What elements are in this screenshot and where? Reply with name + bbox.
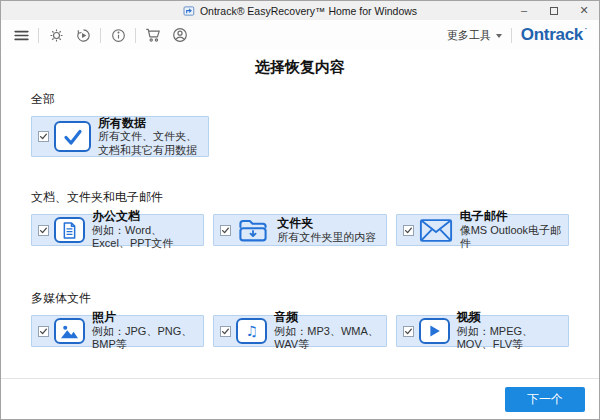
recovery-type-card[interactable]: 电子邮件像MS Outlook电子邮件: [396, 214, 569, 246]
window-titlebar: Ontrack® EasyRecovery™ Home for Windows …: [1, 1, 599, 20]
window-title: Ontrack® EasyRecovery™ Home for Windows: [200, 5, 417, 17]
card-title: 视频: [457, 310, 562, 324]
app-window: Ontrack® EasyRecovery™ Home for Windows …: [0, 0, 600, 420]
section: 文档、文件夹和电子邮件 办公文档例如：Word、Excel、PPT文件 文件夹所…: [31, 189, 569, 246]
close-button[interactable]: ✕: [569, 1, 599, 20]
next-button[interactable]: 下一个: [505, 387, 585, 412]
card-desc: 例如：MPEG、MOV、FLV等: [457, 325, 562, 352]
cart-button[interactable]: [143, 24, 163, 46]
icon-frame: ♫: [236, 318, 267, 344]
checkbox[interactable]: [403, 326, 414, 337]
checkbox[interactable]: [38, 225, 49, 236]
settings-button[interactable]: [46, 24, 66, 46]
card-desc: 例如：Word、Excel、PPT文件: [92, 224, 197, 251]
folder-icon: [236, 217, 270, 244]
maximize-button[interactable]: [539, 1, 569, 20]
video-icon: [419, 318, 450, 344]
card-row: 照片例如：JPG、PNG、BMP等♫音频例如：MP3、WMA、WAV等视频例如：…: [31, 315, 569, 347]
email-icon: [419, 218, 453, 243]
minimize-button[interactable]: –: [509, 1, 539, 20]
section-label: 文档、文件夹和电子邮件: [31, 189, 569, 206]
card-title: 文件夹: [277, 216, 376, 230]
section: 全部所有数据所有文件、文件夹、文档和其它有用数据: [31, 91, 569, 157]
card-text: 照片例如：JPG、PNG、BMP等: [92, 310, 197, 351]
menu-icon: [13, 27, 30, 44]
document-icon: [54, 217, 85, 243]
checkbox[interactable]: [220, 326, 231, 337]
more-tools-button[interactable]: 更多工具: [447, 28, 502, 43]
toolbar-divider: [135, 28, 136, 43]
recovery-type-card[interactable]: 所有数据所有文件、文件夹、文档和其它有用数据: [31, 116, 209, 157]
card-text: 所有数据所有文件、文件夹、文档和其它有用数据: [98, 116, 202, 157]
card-text: 办公文档例如：Word、Excel、PPT文件: [92, 209, 197, 250]
recovery-type-card[interactable]: 文件夹所有文件夹里的内容: [213, 214, 386, 246]
card-row: 所有数据所有文件、文件夹、文档和其它有用数据: [31, 116, 569, 157]
card-text: 音频例如：MP3、WMA、WAV等: [274, 310, 379, 351]
audio-icon: ♫: [236, 318, 267, 344]
checkbox[interactable]: [38, 326, 49, 337]
more-tools-label: 更多工具: [447, 28, 491, 43]
card-title: 电子邮件: [460, 209, 562, 223]
resume-session-icon: [75, 27, 92, 44]
cart-icon: [144, 26, 162, 44]
checkbox[interactable]: [38, 131, 49, 142]
recovery-type-card[interactable]: 照片例如：JPG、PNG、BMP等: [31, 315, 204, 347]
toolbar: 更多工具 Ontrack·: [1, 20, 599, 50]
photo-icon: [54, 318, 85, 344]
card-desc: 所有文件夹里的内容: [277, 231, 376, 244]
person-icon: [171, 26, 189, 44]
card-title: 所有数据: [98, 116, 202, 130]
brand-trademark-dot: ·: [585, 24, 587, 33]
section-label: 全部: [31, 91, 569, 108]
card-desc: 像MS Outlook电子邮件: [460, 224, 562, 251]
card-desc: 例如：JPG、PNG、BMP等: [92, 325, 197, 352]
section-label: 多媒体文件: [31, 290, 569, 307]
card-text: 文件夹所有文件夹里的内容: [277, 216, 376, 244]
card-title: 音频: [274, 310, 379, 324]
checkbox[interactable]: [220, 225, 231, 236]
brand-logo: Ontrack·: [521, 25, 587, 45]
checkbox[interactable]: [403, 225, 414, 236]
footer: 下一个: [1, 378, 599, 419]
recovery-type-card[interactable]: ♫音频例如：MP3、WMA、WAV等: [213, 315, 386, 347]
icon-frame: [54, 121, 91, 152]
card-title: 照片: [92, 310, 197, 324]
toolbar-divider: [511, 28, 512, 43]
main-content: 选择恢复内容 全部所有数据所有文件、文件夹、文档和其它有用数据文档、文件夹和电子…: [1, 50, 599, 419]
recovery-type-sections: 全部所有数据所有文件、文件夹、文档和其它有用数据文档、文件夹和电子邮件 办公文档…: [31, 91, 569, 347]
recovery-type-card[interactable]: 视频例如：MPEG、MOV、FLV等: [396, 315, 569, 347]
icon-frame: [54, 217, 85, 243]
card-title: 办公文档: [92, 209, 197, 223]
card-desc: 所有文件、文件夹、文档和其它有用数据: [98, 130, 202, 157]
icon-frame: [54, 318, 85, 344]
resume-session-button[interactable]: [73, 24, 93, 46]
card-desc: 例如：MP3、WMA、WAV等: [274, 325, 379, 352]
app-icon: [183, 5, 195, 17]
maximize-icon: [550, 7, 558, 15]
chevron-down-icon: [496, 34, 502, 38]
card-row: 办公文档例如：Word、Excel、PPT文件 文件夹所有文件夹里的内容 电子邮…: [31, 214, 569, 246]
page-title: 选择恢复内容: [31, 58, 569, 77]
check-icon: [54, 121, 91, 152]
icon-frame: [419, 318, 450, 344]
card-text: 视频例如：MPEG、MOV、FLV等: [457, 310, 562, 351]
account-button[interactable]: [170, 24, 190, 46]
toolbar-divider: [100, 28, 101, 43]
card-text: 电子邮件像MS Outlook电子邮件: [460, 209, 562, 250]
info-button[interactable]: [108, 24, 128, 46]
gear-icon: [48, 27, 65, 44]
recovery-type-card[interactable]: 办公文档例如：Word、Excel、PPT文件: [31, 214, 204, 246]
info-icon: [110, 27, 127, 44]
toolbar-divider: [38, 28, 39, 43]
menu-button[interactable]: [11, 24, 31, 46]
section: 多媒体文件 照片例如：JPG、PNG、BMP等♫音频例如：MP3、WMA、WAV…: [31, 290, 569, 347]
